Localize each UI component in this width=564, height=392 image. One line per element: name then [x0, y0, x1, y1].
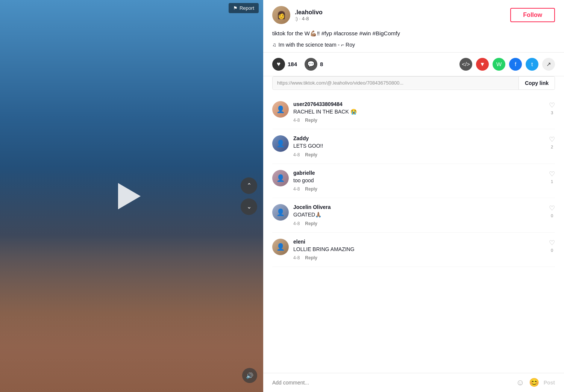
comment-like: ♡ 0 [546, 239, 555, 253]
like-action[interactable]: ♥ 184 [272, 58, 297, 71]
comment-meta: 4-8 Reply [293, 118, 541, 123]
comment-text: RACHEL IN THE BACK 😭 [293, 108, 541, 116]
comment-meta: 4-8 Reply [293, 186, 541, 192]
music-row: ♫ Im with the science team - ⌐ Roy [272, 42, 555, 48]
comment-body: eleni LOLLIE BRING AMAZING 4-8 Reply [293, 239, 541, 261]
nav-up-button[interactable]: ⌃ [241, 177, 257, 194]
follow-button[interactable]: Follow [510, 8, 555, 22]
user-info: 👩 .leaholivo :) · 4-8 [272, 6, 323, 24]
report-button[interactable]: ⚑ Report [229, 3, 259, 13]
comments-section: 👤 user2076433809484 RACHEL IN THE BACK 😭… [263, 95, 564, 373]
avatar: 👩 [272, 6, 290, 24]
comment-time: 4-8 [293, 255, 300, 260]
comment-meta: 4-8 Reply [293, 152, 541, 157]
chevron-down-icon: ⌄ [247, 203, 252, 210]
comment-text: GOATED🙏🏽 [293, 211, 541, 219]
comment-username[interactable]: Jocelin Olivera [293, 204, 541, 210]
comment-item: 👤 eleni LOLLIE BRING AMAZING 4-8 Reply ♡… [272, 233, 555, 267]
comment-item: 👤 Jocelin Olivera GOATED🙏🏽 4-8 Reply ♡ 0 [272, 198, 555, 233]
comment-body: gabrielle too good 4-8 Reply [293, 170, 541, 192]
comment-text: LETS GOO!! [293, 142, 541, 150]
comment-body: Zaddy LETS GOO!! 4-8 Reply [293, 135, 541, 157]
comment-text: LOLLIE BRING AMAZING [293, 246, 541, 253]
add-comment-bar: ☺ 😊 Post [263, 373, 564, 392]
comment-like: ♡ 2 [546, 135, 555, 149]
embed-button[interactable]: </> [459, 58, 472, 71]
video-panel: ⚑ Report ⌃ ⌄ 🔊 [0, 0, 263, 392]
user-subtitle: :) · 4-8 [295, 16, 323, 21]
reply-button[interactable]: Reply [305, 152, 317, 157]
comment-item: 👤 Zaddy LETS GOO!! 4-8 Reply ♡ 2 [272, 129, 555, 164]
chevron-up-icon: ⌃ [247, 182, 252, 189]
comment-avatar: 👤 [272, 101, 289, 118]
comment-username[interactable]: user2076433809484 [293, 101, 541, 107]
comment-meta: 4-8 Reply [293, 221, 541, 226]
comment-body: Jocelin Olivera GOATED🙏🏽 4-8 Reply [293, 204, 541, 226]
twitter-share-button[interactable]: t [526, 58, 538, 71]
comment-item: 👤 gabrielle too good 4-8 Reply ♡ 1 [272, 164, 555, 198]
comment-time: 4-8 [293, 118, 300, 123]
nav-buttons: ⌃ ⌄ [241, 177, 257, 215]
comment-avatar: 👤 [272, 170, 289, 186]
comment-like: ♡ 3 [546, 101, 555, 115]
comment-like: ♡ 1 [546, 170, 555, 184]
like-count: 0 [551, 213, 553, 218]
like-heart-icon[interactable]: ♡ [549, 204, 555, 212]
reply-button[interactable]: Reply [305, 186, 317, 192]
comment-meta: 4-8 Reply [293, 255, 541, 260]
facebook-share-button[interactable]: f [509, 58, 522, 71]
like-count: 1 [551, 179, 553, 184]
actions-bar: ♥ 184 💬 8 </> ▼ W f t ↗ [263, 53, 564, 76]
more-share-button[interactable]: ↗ [542, 58, 555, 71]
download-button[interactable]: ▼ [476, 58, 489, 71]
like-count: 0 [551, 248, 553, 253]
like-count: 3 [551, 110, 553, 115]
play-icon[interactable] [118, 183, 141, 209]
comment-username[interactable]: gabrielle [293, 170, 541, 176]
heart-icon[interactable]: ♥ [272, 58, 285, 71]
description: tiktok for the W💪🏽‼ #fyp #lacrosse #win … [272, 29, 555, 38]
right-panel: 👩 .leaholivo :) · 4-8 Follow tiktok for … [263, 0, 564, 392]
music-title[interactable]: Im with the science team - ⌐ Roy [279, 42, 355, 48]
user-meta: .leaholivo :) · 4-8 [295, 9, 323, 21]
username[interactable]: .leaholivo [295, 9, 323, 16]
whatsapp-share-button[interactable]: W [493, 58, 505, 71]
post-button[interactable]: Post [544, 380, 555, 386]
comment-time: 4-8 [293, 186, 300, 192]
nav-down-button[interactable]: ⌄ [241, 198, 257, 215]
comment-body: user2076433809484 RACHEL IN THE BACK 😭 4… [293, 101, 541, 123]
avatar-image: 👩 [277, 11, 286, 20]
likes-count: 184 [288, 61, 297, 67]
comment-username[interactable]: Zaddy [293, 135, 541, 141]
copy-link-button[interactable]: Copy link [519, 77, 555, 89]
volume-button[interactable]: 🔊 [242, 368, 257, 383]
like-heart-icon[interactable]: ♡ [549, 101, 555, 109]
comment-like: ♡ 0 [546, 204, 555, 218]
like-heart-icon[interactable]: ♡ [549, 135, 555, 144]
volume-icon: 🔊 [246, 372, 253, 379]
emoji-button-1[interactable]: ☺ [516, 378, 524, 387]
comment-item: 👤 user2076433809484 RACHEL IN THE BACK 😭… [272, 95, 555, 130]
reply-button[interactable]: Reply [305, 221, 317, 226]
comment-avatar: 👤 [272, 204, 289, 221]
like-heart-icon[interactable]: ♡ [549, 170, 555, 178]
comment-action[interactable]: 💬 8 [305, 58, 323, 71]
flag-icon: ⚑ [233, 5, 238, 11]
reply-button[interactable]: Reply [305, 118, 317, 123]
add-comment-input[interactable] [272, 380, 511, 386]
reply-button[interactable]: Reply [305, 255, 317, 260]
comment-avatar: 👤 [272, 239, 289, 255]
header-section: 👩 .leaholivo :) · 4-8 Follow tiktok for … [263, 0, 564, 53]
video-top-bar: ⚑ Report [0, 0, 263, 16]
report-label: Report [240, 5, 254, 11]
comment-time: 4-8 [293, 152, 300, 157]
like-heart-icon[interactable]: ♡ [549, 239, 555, 247]
emoji-button-2[interactable]: 😊 [529, 378, 539, 387]
comment-time: 4-8 [293, 221, 300, 226]
comment-username[interactable]: eleni [293, 239, 541, 245]
comment-icon[interactable]: 💬 [305, 58, 317, 71]
link-bar: https://www.tiktok.com/@.leaholivo/video… [272, 76, 555, 90]
comments-count: 8 [320, 61, 323, 67]
like-count: 2 [551, 145, 553, 149]
comment-text: too good [293, 177, 541, 185]
